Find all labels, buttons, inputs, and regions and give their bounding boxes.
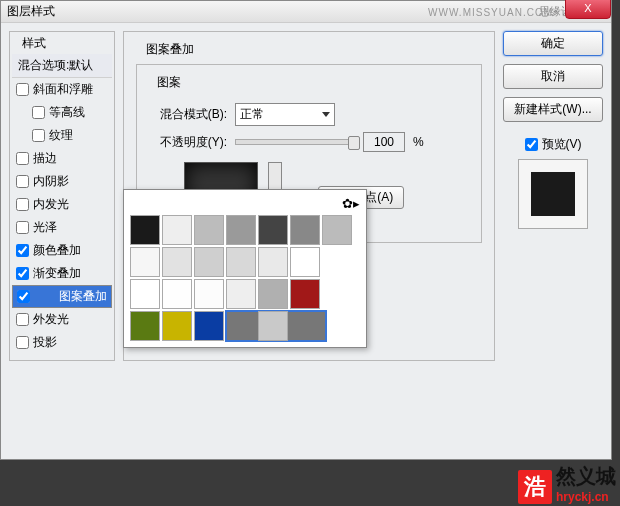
pattern-picker-popup: ✿▸ <box>123 189 367 348</box>
style-label: 内发光 <box>33 196 69 213</box>
pattern-cell[interactable] <box>322 215 352 245</box>
styles-fieldset: 样式 混合选项:默认 斜面和浮雕等高线纹理描边内阴影内发光光泽颜色叠加渐变叠加图… <box>9 31 115 361</box>
pattern-cell[interactable] <box>130 311 160 341</box>
style-check[interactable] <box>16 313 29 326</box>
pattern-cell[interactable] <box>258 279 288 309</box>
style-label: 描边 <box>33 150 57 167</box>
opacity-unit: % <box>413 135 424 149</box>
style-item-11[interactable]: 投影 <box>12 331 112 354</box>
style-check[interactable] <box>32 129 45 142</box>
style-item-2[interactable]: 纹理 <box>12 124 112 147</box>
pattern-cell[interactable] <box>290 247 320 277</box>
blend-mode-value: 正常 <box>240 106 264 123</box>
style-label: 光泽 <box>33 219 57 236</box>
style-item-6[interactable]: 光泽 <box>12 216 112 239</box>
pattern-cell[interactable] <box>226 247 256 277</box>
style-label: 纹理 <box>49 127 73 144</box>
style-item-0[interactable]: 斜面和浮雕 <box>12 78 112 101</box>
logo-url: hryckj.cn <box>556 490 609 504</box>
style-check[interactable] <box>16 336 29 349</box>
pattern-cell[interactable] <box>194 279 224 309</box>
dialog-buttons: 确定 取消 新建样式(W)... 预览(V) <box>503 31 603 451</box>
pattern-cell[interactable] <box>130 247 160 277</box>
pattern-cell[interactable] <box>130 215 160 245</box>
style-item-10[interactable]: 外发光 <box>12 308 112 331</box>
opacity-input[interactable]: 100 <box>363 132 405 152</box>
style-check[interactable] <box>16 175 29 188</box>
style-check[interactable] <box>17 290 30 303</box>
style-check[interactable] <box>16 244 29 257</box>
pattern-cell[interactable] <box>194 311 224 341</box>
pattern-cell[interactable] <box>290 215 320 245</box>
style-item-3[interactable]: 描边 <box>12 147 112 170</box>
ok-button[interactable]: 确定 <box>503 31 603 56</box>
style-label: 图案叠加 <box>59 288 107 305</box>
preview-box <box>518 159 588 229</box>
style-label: 斜面和浮雕 <box>33 81 93 98</box>
pattern-cell <box>322 247 352 277</box>
close-button[interactable]: X <box>565 0 611 19</box>
preview-check[interactable] <box>525 138 538 151</box>
style-item-1[interactable]: 等高线 <box>12 101 112 124</box>
style-label: 外发光 <box>33 311 69 328</box>
pattern-cell[interactable] <box>194 247 224 277</box>
new-style-button[interactable]: 新建样式(W)... <box>503 97 603 122</box>
pattern-cell[interactable] <box>258 247 288 277</box>
pattern-cell[interactable] <box>162 215 192 245</box>
blend-options-item[interactable]: 混合选项:默认 <box>12 54 112 78</box>
style-label: 颜色叠加 <box>33 242 81 259</box>
style-item-4[interactable]: 内阴影 <box>12 170 112 193</box>
style-label: 等高线 <box>49 104 85 121</box>
pattern-cell[interactable] <box>162 279 192 309</box>
style-item-9[interactable]: 图案叠加 <box>12 285 112 308</box>
brand-url: WWW.MISSYUAN.COM <box>428 7 553 18</box>
style-item-7[interactable]: 颜色叠加 <box>12 239 112 262</box>
style-item-5[interactable]: 内发光 <box>12 193 112 216</box>
pattern-cell[interactable] <box>162 247 192 277</box>
slider-knob[interactable] <box>348 136 360 150</box>
style-check[interactable] <box>16 198 29 211</box>
layer-style-dialog: 图层样式 思缘设计论坛 X WWW.MISSYUAN.COM 样式 混合选项:默… <box>0 0 612 460</box>
pattern-cell[interactable] <box>130 279 160 309</box>
style-check[interactable] <box>32 106 45 119</box>
style-check[interactable] <box>16 152 29 165</box>
pattern-cell[interactable] <box>226 215 256 245</box>
style-label: 投影 <box>33 334 57 351</box>
style-item-8[interactable]: 渐变叠加 <box>12 262 112 285</box>
cancel-button[interactable]: 取消 <box>503 64 603 89</box>
blend-mode-select[interactable]: 正常 <box>235 103 335 126</box>
styles-legend: 样式 <box>18 35 50 52</box>
inner-legend: 图案 <box>153 74 185 91</box>
style-label: 渐变叠加 <box>33 265 81 282</box>
pattern-cell[interactable] <box>162 311 192 341</box>
preview-checkbox[interactable]: 预览(V) <box>525 136 582 153</box>
panel-legend: 图案叠加 <box>142 41 198 58</box>
pattern-cell[interactable] <box>258 311 288 341</box>
opacity-slider[interactable] <box>235 139 355 145</box>
gear-icon[interactable]: ✿▸ <box>342 196 360 211</box>
pattern-cell <box>290 311 320 341</box>
pattern-cell[interactable] <box>194 215 224 245</box>
style-check[interactable] <box>16 267 29 280</box>
pattern-cell[interactable] <box>258 215 288 245</box>
opacity-label: 不透明度(Y): <box>147 134 227 151</box>
style-check[interactable] <box>16 83 29 96</box>
titlebar: 图层样式 思缘设计论坛 X WWW.MISSYUAN.COM <box>1 1 611 23</box>
logo-text: 然义城 <box>556 463 616 490</box>
pattern-cell <box>322 311 352 341</box>
logo-char: 浩 <box>518 470 552 504</box>
preview-label: 预览(V) <box>542 136 582 153</box>
pattern-cell <box>322 279 352 309</box>
chevron-down-icon <box>322 112 330 117</box>
style-label: 内阴影 <box>33 173 69 190</box>
blend-mode-label: 混合模式(B): <box>147 106 227 123</box>
preview-thumb <box>531 172 575 216</box>
watermark-logo: 浩 然义城 hryckj.cn <box>518 463 616 504</box>
pattern-cell[interactable] <box>226 279 256 309</box>
pattern-cell[interactable] <box>290 279 320 309</box>
style-check[interactable] <box>16 221 29 234</box>
